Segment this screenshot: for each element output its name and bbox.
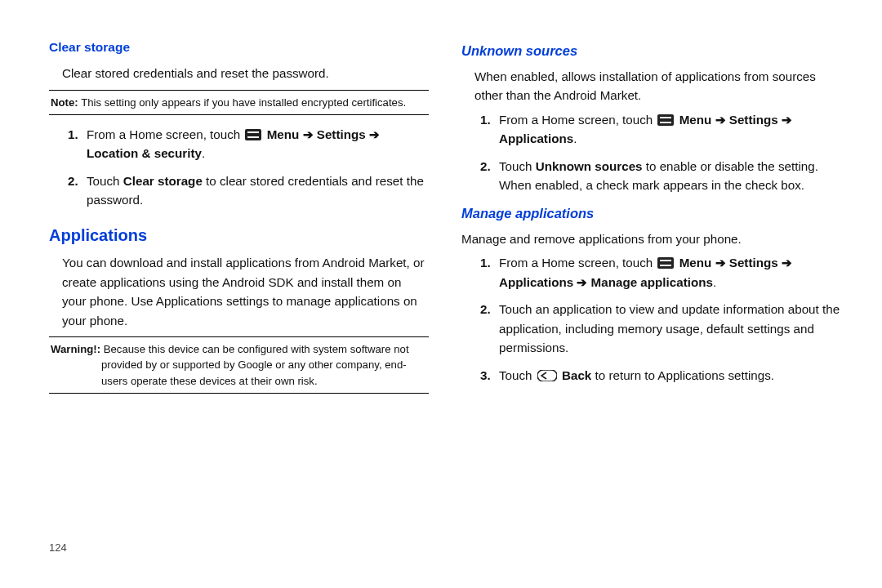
- step-text: Touch an application to view and update …: [499, 302, 840, 354]
- svg-rect-3: [657, 114, 674, 126]
- step-text: From a Home screen, touch: [499, 256, 656, 270]
- menu-icon: [245, 129, 261, 140]
- heading-unknown-sources: Unknown sources: [461, 41, 841, 62]
- unknown-sources-step-2: Touch Unknown sources to enable or disab…: [494, 157, 841, 195]
- warning-box-applications: Warning!: Because this device can be con…: [49, 336, 429, 393]
- svg-rect-7: [660, 260, 671, 261]
- note-label: Note:: [51, 96, 78, 109]
- step-bold: Back: [562, 368, 591, 382]
- step-text: From a Home screen, touch: [499, 113, 656, 127]
- svg-rect-4: [660, 117, 671, 118]
- note-text: This setting only appears if you have in…: [78, 96, 406, 109]
- step-text: From a Home screen, touch: [87, 127, 243, 141]
- unknown-sources-step-1: From a Home screen, touch Menu ➔ Setting…: [494, 110, 841, 149]
- unknown-sources-body: When enabled, allows installation of app…: [474, 67, 841, 105]
- clear-storage-body-text: Clear stored credentials and reset the p…: [62, 64, 429, 83]
- step-bold: Clear storage: [123, 174, 203, 188]
- step-text: Touch: [499, 159, 536, 173]
- manage-apps-body: Manage and remove applications from your…: [461, 229, 841, 249]
- heading-applications: Applications: [49, 223, 429, 248]
- clear-storage-step-1: From a Home screen, touch Menu ➔ Setting…: [82, 125, 429, 163]
- menu-icon: [657, 114, 674, 126]
- left-column: Clear storage Clear stored credentials a…: [49, 33, 429, 555]
- step-bold: Unknown sources: [536, 159, 643, 173]
- svg-rect-5: [660, 122, 671, 123]
- step-suffix: .: [202, 146, 205, 160]
- svg-rect-6: [657, 257, 674, 269]
- clear-storage-steps: From a Home screen, touch Menu ➔ Setting…: [49, 125, 429, 210]
- applications-body-text: You can download and install application…: [62, 253, 429, 330]
- page-number: 124: [49, 541, 67, 554]
- warning-first-line: Because this device can be configured wi…: [104, 343, 409, 355]
- unknown-sources-steps: From a Home screen, touch Menu ➔ Setting…: [461, 110, 841, 195]
- warning-label: Warning!:: [51, 343, 100, 355]
- step-text: Touch: [87, 174, 123, 188]
- svg-rect-8: [660, 265, 671, 266]
- back-icon: [537, 370, 557, 381]
- heading-manage-applications: Manage applications: [461, 203, 841, 225]
- manual-page: Clear storage Clear stored credentials a…: [0, 0, 882, 572]
- manage-apps-step-2: Touch an application to view and update …: [494, 300, 841, 358]
- manage-apps-steps: From a Home screen, touch Menu ➔ Setting…: [461, 253, 841, 385]
- step-suffix: .: [713, 275, 716, 289]
- heading-clear-storage: Clear storage: [49, 38, 429, 57]
- step-text: Touch: [499, 368, 536, 382]
- warning-rest: provided by or supported by Google or an…: [51, 357, 427, 388]
- step-text2: to return to Applications settings.: [591, 368, 774, 382]
- right-column: Unknown sources When enabled, allows ins…: [461, 33, 841, 555]
- svg-rect-2: [247, 136, 259, 138]
- svg-rect-1: [247, 131, 259, 133]
- manage-apps-step-3: Touch Back to return to Applications set…: [494, 366, 841, 385]
- step-suffix: .: [573, 131, 577, 145]
- clear-storage-step-2: Touch Clear storage to clear stored cred…: [82, 172, 429, 210]
- menu-icon: [657, 257, 674, 269]
- svg-rect-0: [245, 129, 261, 140]
- note-box-clear-storage: Note: This setting only appears if you h…: [49, 90, 429, 115]
- manage-apps-step-1: From a Home screen, touch Menu ➔ Setting…: [494, 253, 841, 292]
